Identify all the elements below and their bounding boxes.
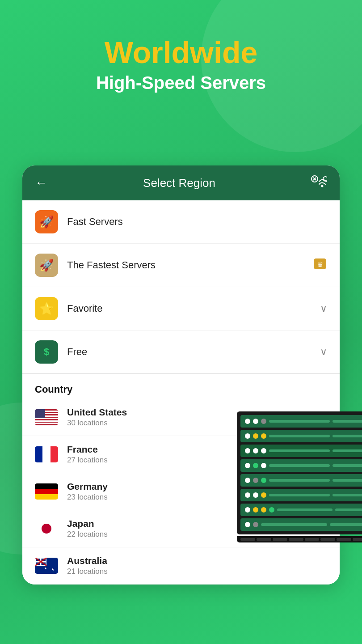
country-section-label: Country (35, 384, 72, 395)
favorite-chevron-icon: ∨ (320, 303, 327, 314)
header-subtitle: High-Speed Servers (0, 73, 362, 93)
flag-au: ★ ★ (35, 558, 58, 574)
crown-icon: ♛ (313, 258, 327, 273)
back-button[interactable]: ← (35, 176, 47, 190)
dollar-icon: $ (44, 346, 49, 358)
country-item-au[interactable]: ★ ★ Australia 21 locations (22, 547, 340, 585)
svg-point-3 (321, 185, 323, 187)
free-chevron-icon: ∨ (320, 346, 327, 358)
wifi-search-icon[interactable] (311, 175, 327, 191)
menu-item-fast-servers[interactable]: 🚀 Fast Servers (22, 200, 340, 244)
favorite-label: Favorite (67, 303, 320, 314)
menu-item-fastest-servers[interactable]: 🚀 The Fastest Servers ♛ (22, 244, 340, 287)
rocket-gray-icon: 🚀 (39, 258, 54, 272)
fastest-servers-label: The Fastest Servers (67, 259, 313, 271)
country-locations-au: 21 locations (67, 567, 327, 576)
card-title: Select Region (143, 176, 215, 190)
header-section: Worldwide High-Speed Servers (0, 0, 362, 106)
country-header: Country (22, 374, 340, 399)
server-rack-illustration (237, 411, 362, 542)
menu-item-favorite[interactable]: ⭐ Favorite ∨ (22, 287, 340, 330)
rocket-icon: 🚀 (39, 215, 54, 229)
flag-de (35, 483, 58, 500)
country-info-au: Australia 21 locations (67, 555, 327, 576)
flag-fr (35, 446, 58, 462)
free-icon-wrap: $ (35, 340, 58, 364)
star-icon: ⭐ (39, 302, 54, 316)
card-header: ← Select Region (22, 165, 340, 200)
menu-item-free[interactable]: $ Free ∨ (22, 330, 340, 373)
svg-text:♛: ♛ (317, 261, 323, 268)
fast-servers-label: Fast Servers (67, 216, 327, 228)
favorite-icon-wrap: ⭐ (35, 297, 58, 320)
free-label: Free (67, 346, 320, 358)
header-title: Worldwide (0, 36, 362, 69)
fastest-servers-icon-wrap: 🚀 (35, 254, 58, 277)
menu-list: 🚀 Fast Servers 🚀 The Fastest Servers ♛ ⭐… (22, 200, 340, 373)
flag-us (35, 409, 58, 425)
flag-jp (35, 521, 58, 537)
fast-servers-icon-wrap: 🚀 (35, 210, 58, 233)
country-name-au: Australia (67, 555, 327, 566)
